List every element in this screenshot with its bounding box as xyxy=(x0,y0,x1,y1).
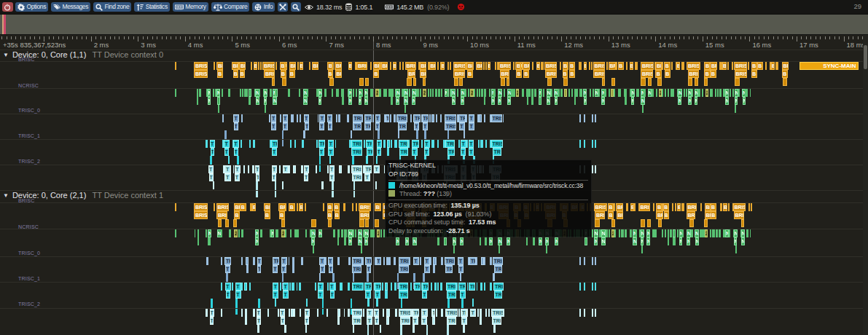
zone[interactable]: BRISC-FW xyxy=(429,62,437,70)
zone[interactable]: T xyxy=(319,257,325,265)
zone[interactable]: B xyxy=(289,70,295,78)
zone[interactable] xyxy=(614,203,615,211)
zone[interactable] xyxy=(711,89,713,97)
zone[interactable]: B xyxy=(281,70,286,78)
zone[interactable]: BRISC-FW xyxy=(216,203,229,211)
zone[interactable]: BRISC-FW xyxy=(656,211,663,219)
zone[interactable]: T xyxy=(305,309,310,317)
tools-button[interactable] xyxy=(278,2,288,12)
zone[interactable]: TRISC-FW xyxy=(413,114,421,122)
zone[interactable]: 2 xyxy=(659,89,662,97)
zone[interactable]: B xyxy=(569,62,576,70)
zone[interactable] xyxy=(327,309,328,317)
zone[interactable] xyxy=(480,140,483,148)
zone[interactable] xyxy=(249,97,251,105)
zone[interactable]: N xyxy=(271,229,275,237)
zone[interactable] xyxy=(526,237,528,245)
zone[interactable]: T xyxy=(386,114,389,122)
zone[interactable] xyxy=(485,140,487,148)
zone[interactable] xyxy=(372,140,373,148)
zone[interactable] xyxy=(507,78,509,86)
zone[interactable] xyxy=(372,309,373,317)
zone[interactable]: T xyxy=(329,165,335,173)
zone[interactable] xyxy=(361,114,363,122)
zone[interactable] xyxy=(670,229,672,237)
zone[interactable]: TRISC-FW xyxy=(352,317,361,325)
zone[interactable]: BRISC-FW xyxy=(232,62,239,70)
zone[interactable] xyxy=(498,245,500,253)
zone[interactable]: TRISC-FW xyxy=(375,283,381,291)
zone[interactable]: N xyxy=(256,97,259,105)
zone[interactable]: T xyxy=(318,291,324,299)
zone[interactable] xyxy=(504,89,505,97)
zone[interactable]: T xyxy=(235,291,241,299)
zone[interactable] xyxy=(423,78,426,86)
zone[interactable]: B xyxy=(757,62,764,70)
zone[interactable] xyxy=(413,78,417,86)
zone[interactable]: BRISC-FW xyxy=(595,211,605,219)
zone[interactable]: BRISC-FW xyxy=(476,62,483,70)
zone[interactable] xyxy=(217,97,220,105)
zone[interactable] xyxy=(379,89,381,97)
zone[interactable] xyxy=(306,299,308,307)
zone[interactable] xyxy=(751,203,753,211)
zone[interactable] xyxy=(256,181,258,197)
zone[interactable] xyxy=(344,229,347,237)
zone[interactable]: T xyxy=(233,114,239,122)
zone[interactable] xyxy=(661,203,662,211)
zone[interactable]: B xyxy=(664,62,670,70)
zone[interactable]: T xyxy=(414,122,419,130)
zone[interactable] xyxy=(338,114,341,122)
zone[interactable]: T xyxy=(283,283,289,291)
zone[interactable]: N xyxy=(348,89,352,97)
zone[interactable]: N xyxy=(631,97,635,105)
track-label-trisc_0[interactable]: TRISC_0 xyxy=(18,108,40,113)
zone[interactable] xyxy=(598,89,601,97)
zone[interactable]: TRISC-FW xyxy=(422,283,429,291)
zone[interactable]: TRISC-FW xyxy=(396,114,407,122)
zone[interactable] xyxy=(546,245,547,253)
track-label-ncrisc[interactable]: NCRISC xyxy=(18,83,39,88)
zone[interactable]: TRISC-FW xyxy=(399,283,408,291)
zone[interactable]: T xyxy=(210,317,214,325)
zone[interactable]: BRISC-FW xyxy=(687,62,700,70)
zone[interactable] xyxy=(372,114,374,122)
zone[interactable] xyxy=(370,62,372,70)
zone[interactable]: BRISC-FW xyxy=(280,62,287,70)
zone[interactable]: T xyxy=(469,114,474,122)
zone[interactable]: T xyxy=(273,283,278,291)
zone[interactable] xyxy=(748,203,750,211)
zone[interactable] xyxy=(721,203,722,211)
zone[interactable] xyxy=(745,89,748,97)
zone[interactable] xyxy=(361,245,362,253)
vertical-scrollbar[interactable] xyxy=(863,35,868,335)
zone[interactable] xyxy=(289,257,290,265)
zone[interactable] xyxy=(428,89,429,97)
zone[interactable] xyxy=(420,89,422,97)
zone[interactable] xyxy=(289,165,290,173)
zone[interactable]: BRISC-FW xyxy=(498,62,511,70)
zone[interactable] xyxy=(584,257,585,265)
zone[interactable] xyxy=(249,140,251,148)
zone[interactable] xyxy=(662,89,663,97)
zone[interactable]: BRISC-FW xyxy=(262,62,275,70)
zone[interactable]: BRISC-FW xyxy=(733,203,746,211)
zone[interactable] xyxy=(339,165,342,173)
zone[interactable] xyxy=(456,283,458,291)
zone[interactable]: TRISC-FW xyxy=(399,291,408,299)
zone[interactable]: 2 xyxy=(516,89,520,97)
zone[interactable]: T xyxy=(234,122,238,130)
zone[interactable] xyxy=(479,89,481,97)
zone[interactable] xyxy=(468,89,469,97)
zone[interactable] xyxy=(279,165,281,173)
zone[interactable]: B xyxy=(751,70,758,78)
zone[interactable]: T xyxy=(283,122,288,130)
zone[interactable] xyxy=(672,203,673,211)
zone[interactable] xyxy=(727,62,729,70)
zone[interactable]: N xyxy=(545,237,549,245)
zone[interactable] xyxy=(356,203,357,211)
zone[interactable] xyxy=(259,89,260,97)
zone[interactable] xyxy=(394,114,396,122)
zone[interactable]: T xyxy=(459,122,465,130)
zone[interactable]: BRISC-FW xyxy=(639,203,650,211)
